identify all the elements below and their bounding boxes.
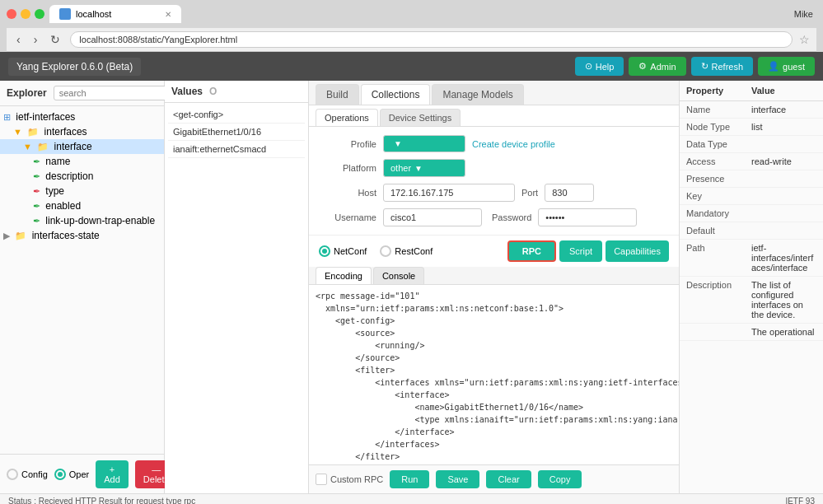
restconf-label: RestConf — [395, 246, 433, 256]
tree-item-name[interactable]: ✒ name — [0, 154, 164, 169]
custom-rpc-checkbox-group[interactable]: Custom RPC — [316, 474, 383, 485]
reload-button[interactable]: ↻ — [47, 31, 63, 48]
custom-rpc-checkbox[interactable] — [316, 474, 327, 485]
maximize-button[interactable] — [35, 9, 44, 19]
custom-rpc-label: Custom RPC — [330, 474, 383, 484]
tree-item-link-up-down[interactable]: ✒ link-up-down-trap-enable — [0, 213, 164, 228]
folder-collapsed-icon: ▶ — [3, 231, 10, 240]
prop-row-operational: The operational — [680, 324, 823, 341]
config-radio-button[interactable] — [7, 469, 18, 480]
tab-console[interactable]: Console — [373, 267, 424, 284]
leaf-red-icon: ✒ — [33, 186, 40, 196]
value-col-header: Value — [751, 86, 816, 96]
back-button[interactable]: ‹ — [13, 31, 24, 48]
tab-close-button[interactable]: ✕ — [165, 10, 171, 19]
create-profile-link[interactable]: Create device profile — [472, 139, 555, 149]
tree-item-label: description — [45, 170, 93, 182]
prop-row-mandatory: Mandatory — [680, 205, 823, 222]
user-icon: 👤 — [768, 61, 779, 72]
tree-item-interfaces[interactable]: ▼ 📁 interfaces — [0, 124, 164, 139]
minimize-button[interactable] — [21, 9, 30, 19]
leaf-icon: ✒ — [33, 156, 40, 166]
device-form: Profile ▼ Create device profile Platform… — [309, 127, 679, 236]
rpc-button[interactable]: RPC — [507, 240, 556, 262]
ietf-badge: IETF 93 — [785, 497, 815, 504]
admin-icon: ⚙ — [638, 61, 647, 72]
code-tabs: Encoding Console — [309, 267, 679, 285]
capabilities-button[interactable]: Capabilities — [606, 240, 669, 262]
netconf-radio[interactable]: NetConf — [319, 245, 367, 257]
tree-item-ietf-interfaces[interactable]: ⊞ ietf-interfaces — [0, 110, 164, 124]
address-bar[interactable] — [70, 31, 793, 48]
property-col-header: Property — [686, 86, 751, 96]
tab-encoding[interactable]: Encoding — [316, 267, 372, 284]
tab-device-settings[interactable]: Device Settings — [380, 109, 461, 126]
port-input[interactable] — [545, 184, 594, 202]
main-tabs: Build Collections Manage Models — [309, 81, 679, 105]
property-panel: Property Value Name interface Node Type … — [679, 81, 823, 493]
copy-button[interactable]: Copy — [538, 470, 582, 488]
status-message: Status : Recieved HTTP Result for reques… — [8, 497, 195, 504]
value-item-get-config: <get-config> — [168, 106, 305, 124]
config-radio[interactable]: Config — [7, 469, 48, 480]
oper-radio-button[interactable] — [54, 469, 66, 480]
tree-item-label: ietf-interfaces — [16, 111, 75, 123]
tab-manage-models[interactable]: Manage Models — [432, 84, 523, 105]
dropdown-arrow-icon: ▼ — [414, 164, 423, 173]
clear-button[interactable]: Clear — [486, 470, 531, 488]
netconf-radio-button[interactable] — [319, 245, 330, 257]
value-item-type: ianaift:ethernetCsmacd — [168, 141, 305, 158]
save-button[interactable]: Save — [436, 470, 479, 488]
prop-row-data-type: Data Type — [680, 136, 823, 153]
profile-dropdown[interactable]: ▼ — [383, 135, 465, 152]
tab-operations[interactable]: Operations — [316, 109, 378, 126]
tree-item-type[interactable]: ✒ type — [0, 184, 164, 198]
help-button[interactable]: ⊙ Help — [575, 57, 624, 76]
bookmark-icon[interactable]: ☆ — [799, 33, 810, 46]
browser-tab-title: localhost — [76, 9, 111, 19]
refresh-icon: ↻ — [701, 61, 708, 72]
app-title: Yang Explorer 0.6.0 (Beta) — [8, 58, 141, 76]
prop-row-access: Access read-write — [680, 153, 823, 170]
username-input[interactable] — [383, 208, 482, 226]
explorer-label: Explorer — [7, 87, 47, 99]
search-input[interactable] — [54, 86, 179, 100]
tab-collections[interactable]: Collections — [361, 84, 431, 105]
host-input[interactable] — [383, 184, 515, 202]
tree-item-enabled[interactable]: ✒ enabled — [0, 198, 164, 213]
password-input[interactable] — [538, 208, 637, 226]
forward-button[interactable]: › — [30, 31, 41, 48]
platform-dropdown[interactable]: other ▼ — [383, 159, 465, 177]
tree-item-description[interactable]: ✒ description — [0, 169, 164, 184]
dropdown-arrow-icon: ▼ — [394, 139, 402, 148]
close-button[interactable] — [7, 9, 16, 19]
oper-radio[interactable]: Oper — [54, 469, 89, 480]
add-button[interactable]: + Add — [96, 460, 129, 488]
admin-button[interactable]: ⚙ Admin — [629, 57, 685, 76]
sub-tabs: Operations Device Settings — [309, 105, 679, 127]
password-label: Password — [492, 212, 531, 222]
leaf-icon: ✒ — [33, 171, 40, 181]
tree-item-label: enabled — [45, 200, 81, 212]
run-button[interactable]: Run — [390, 470, 429, 488]
restconf-radio[interactable]: RestConf — [380, 245, 433, 257]
guest-button[interactable]: 👤 guest — [758, 57, 815, 76]
ops-header: O — [209, 86, 217, 97]
tree-item-label: interfaces — [44, 126, 87, 138]
port-label: Port — [521, 188, 538, 198]
refresh-button[interactable]: ↻ Refresh — [691, 57, 754, 76]
code-editor[interactable]: <rpc message-id="101" xmlns="urn:ietf:pa… — [309, 285, 679, 464]
tab-build[interactable]: Build — [316, 84, 359, 105]
leaf-icon: ✒ — [33, 216, 40, 226]
restconf-radio-button[interactable] — [380, 245, 391, 257]
code-content: <rpc message-id="101" xmlns="urn:ietf:pa… — [316, 290, 672, 464]
user-label: Mike — [794, 9, 816, 19]
folder-open-icon: 📁 — [37, 142, 49, 152]
script-button[interactable]: Script — [559, 240, 602, 262]
prop-row-description: Description The list of configured inter… — [680, 277, 823, 324]
tree-item-interface[interactable]: ▼ 📁 interface — [0, 139, 164, 154]
tree-item-interfaces-state[interactable]: ▶ 📁 interfaces-state — [0, 228, 164, 243]
folder-icon: 📁 — [15, 231, 26, 240]
tree-item-label: name — [45, 156, 70, 167]
profile-label: Profile — [319, 139, 376, 149]
